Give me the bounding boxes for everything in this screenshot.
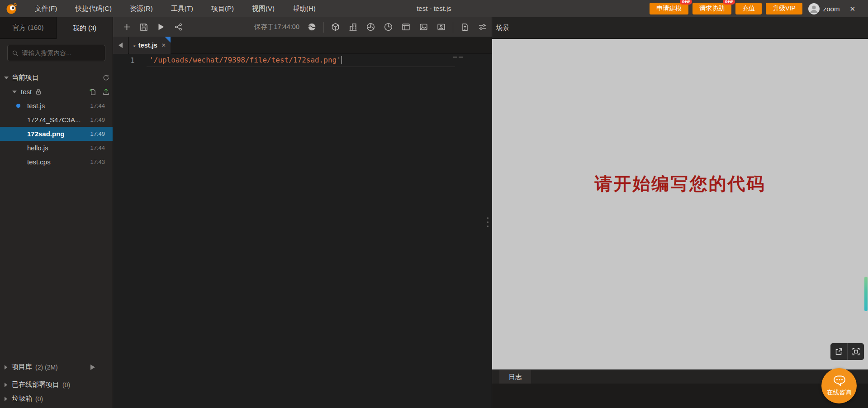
layout-icon[interactable]	[397, 17, 415, 37]
tree-current-project[interactable]: 当前项目	[0, 71, 113, 85]
apply-modeling-label: 申请建模	[656, 5, 682, 12]
menu-file[interactable]: 文件(F)	[26, 0, 66, 17]
chevron-right-icon	[5, 397, 7, 401]
panel-splitter-handle[interactable]	[487, 217, 489, 227]
username-label[interactable]: zoom	[823, 5, 840, 13]
scene-canvas[interactable]: 请开始编写您的代码	[492, 39, 868, 370]
request-assist-button[interactable]: 请求协助 new	[693, 3, 731, 14]
section-deployed-projects[interactable]: 已在线部署项目 (0)	[0, 378, 113, 392]
toolbar-separator	[323, 22, 324, 33]
refresh-icon[interactable]	[99, 74, 113, 81]
modified-dot-icon	[16, 104, 20, 108]
line-number: 1	[130, 56, 135, 65]
play-icon[interactable]	[90, 364, 95, 370]
file-name: 172sad.png	[27, 130, 65, 138]
globe-icon[interactable]	[362, 17, 379, 37]
file-time: 17:49	[90, 130, 105, 137]
file-row-hellojs[interactable]: hello.js 17:44	[0, 141, 113, 155]
fullscreen-icon[interactable]	[847, 343, 864, 360]
menu-project[interactable]: 项目(P)	[202, 0, 243, 17]
recharge-button[interactable]: 充值	[735, 3, 762, 14]
section-label: 已在线部署项目	[12, 380, 59, 389]
apply-modeling-button[interactable]: 申请建模 new	[650, 3, 688, 14]
upload-icon[interactable]	[99, 88, 113, 96]
chevron-down-icon	[12, 91, 17, 93]
search-input[interactable]	[22, 49, 100, 57]
menu-help[interactable]: 帮助(H)	[284, 0, 325, 17]
tree-project-test[interactable]: test	[0, 85, 113, 99]
close-icon[interactable]: ✕	[849, 5, 855, 13]
saved-status-label: 保存于17:44:00	[254, 23, 299, 31]
code-string: '/uploads/wechat/79398/file/test/172sad.…	[149, 56, 341, 64]
log-body	[492, 384, 868, 408]
file-row-testjs[interactable]: test.js 17:44	[0, 99, 113, 113]
tab-official[interactable]: 官方 (160)	[0, 17, 57, 39]
section-meta: (0)	[62, 381, 70, 389]
request-assist-label: 请求协助	[699, 5, 725, 12]
section-meta: (2) (2M)	[35, 364, 58, 371]
sidebar: 官方 (160) 我的 (3) 当前项目	[0, 17, 113, 408]
cube-3d-icon[interactable]	[327, 17, 344, 37]
user-avatar[interactable]	[808, 3, 820, 14]
file-row-172sad-selected[interactable]: 172sad.png 17:49	[0, 127, 113, 141]
tab-mine[interactable]: 我的 (3)	[57, 17, 113, 39]
menu-resources[interactable]: 资源(R)	[121, 0, 162, 17]
search-box[interactable]	[7, 45, 105, 61]
menu-view[interactable]: 视图(V)	[243, 0, 284, 17]
file-name: hello.js	[27, 144, 48, 152]
new-file-button[interactable]	[118, 17, 135, 37]
file-row-17274[interactable]: 17274_S47C3A... 17:49	[0, 113, 113, 127]
new-file-icon[interactable]	[85, 88, 99, 96]
tab-filename: test.js	[138, 42, 157, 49]
chevron-down-icon	[4, 77, 9, 79]
minimap[interactable]	[453, 57, 463, 58]
back-arrow-icon[interactable]	[113, 37, 128, 54]
notes-icon[interactable]	[456, 17, 474, 37]
section-meta: (0)	[35, 395, 43, 403]
section-project-library[interactable]: 项目库 (2) (2M)	[0, 360, 113, 374]
upgrade-vip-button[interactable]: 升级VIP	[766, 3, 802, 14]
save-button[interactable]	[135, 17, 152, 37]
online-support-button[interactable]: 在线咨询	[821, 368, 857, 403]
log-bar: 日志	[492, 370, 868, 384]
sliders-icon[interactable]	[474, 17, 491, 37]
app-logo-icon	[6, 3, 18, 14]
tab-close-icon[interactable]: ✕	[161, 42, 166, 48]
tab-testjs[interactable]: * test.js ✕	[129, 37, 171, 54]
window-title: test - test.js	[417, 0, 451, 17]
code-line[interactable]: '/uploads/wechat/79398/file/test/172sad.…	[149, 56, 342, 64]
menubar: 文件(F) 快捷代码(C) 资源(R) 工具(T) 项目(P) 视图(V) 帮助…	[26, 0, 325, 17]
run-button[interactable]	[152, 17, 170, 37]
toolbar-left-group	[113, 17, 187, 37]
search-icon	[12, 50, 18, 57]
project-name-label: test	[21, 88, 32, 96]
editor-toolbar: 保存于17:44:00	[113, 17, 492, 37]
menu-snippets[interactable]: 快捷代码(C)	[66, 0, 121, 17]
share-button[interactable]	[170, 17, 187, 37]
canvas-scrollbar[interactable]	[864, 277, 868, 311]
code-area[interactable]: 1 '/uploads/wechat/79398/file/test/172sa…	[113, 54, 492, 391]
image-icon[interactable]	[415, 17, 432, 37]
file-name: 17274_S47C3A...	[27, 116, 81, 124]
file-row-testcps[interactable]: test.cps 17:43	[0, 155, 113, 169]
gallery-icon[interactable]	[432, 17, 450, 37]
file-time: 17:44	[90, 144, 105, 151]
section-trash[interactable]: 垃圾箱 (0)	[0, 392, 113, 406]
new-badge: new	[723, 0, 735, 5]
upgrade-vip-label: 升级VIP	[773, 5, 796, 12]
file-time: 17:44	[90, 102, 105, 109]
sidebar-tabs: 官方 (160) 我的 (3)	[0, 17, 113, 39]
clock-pie-icon[interactable]	[379, 17, 397, 37]
scene-panel: 场景 请开始编写您的代码 日志	[492, 17, 868, 408]
building-icon[interactable]	[344, 17, 362, 37]
log-tab[interactable]: 日志	[499, 370, 531, 384]
sync-sphere-icon[interactable]	[303, 17, 321, 37]
online-support-label: 在线咨询	[827, 389, 851, 397]
menu-tools[interactable]: 工具(T)	[162, 0, 202, 17]
titlebar: 文件(F) 快捷代码(C) 资源(R) 工具(T) 项目(P) 视图(V) 帮助…	[0, 0, 868, 17]
file-name: test.js	[27, 102, 45, 110]
open-external-icon[interactable]	[830, 343, 847, 360]
recharge-label: 充值	[742, 5, 755, 12]
file-time: 17:43	[90, 158, 105, 165]
section-label: 垃圾箱	[12, 394, 32, 403]
